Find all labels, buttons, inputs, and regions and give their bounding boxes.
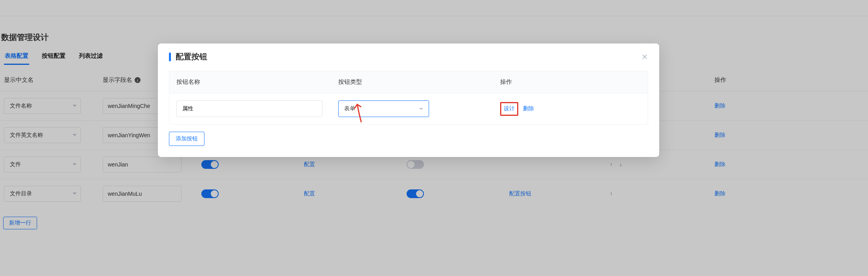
- button-type-value: 表单: [344, 105, 355, 112]
- dialog-delete-link[interactable]: 删除: [523, 105, 534, 112]
- dialog-table-header: 按钮名称 按钮类型 操作: [169, 71, 648, 93]
- add-button[interactable]: 添加按钮: [169, 132, 204, 146]
- close-icon[interactable]: ✕: [641, 52, 648, 62]
- button-name-input[interactable]: [176, 100, 322, 117]
- dcol-op: 操作: [500, 78, 641, 86]
- design-link[interactable]: 设计: [504, 105, 515, 112]
- button-type-select[interactable]: 表单: [338, 100, 429, 117]
- title-accent-bar: [169, 53, 171, 61]
- dialog-table-row: 表单 设计 删除: [169, 93, 648, 125]
- highlight-box: 设计: [500, 102, 518, 116]
- chevron-down-icon: [419, 108, 423, 110]
- dialog-title: 配置按钮: [176, 51, 207, 62]
- dcol-type: 按钮类型: [338, 78, 500, 86]
- dcol-name: 按钮名称: [176, 78, 338, 86]
- config-button-dialog: 配置按钮 ✕ 按钮名称 按钮类型 操作 表单 设计: [158, 43, 659, 157]
